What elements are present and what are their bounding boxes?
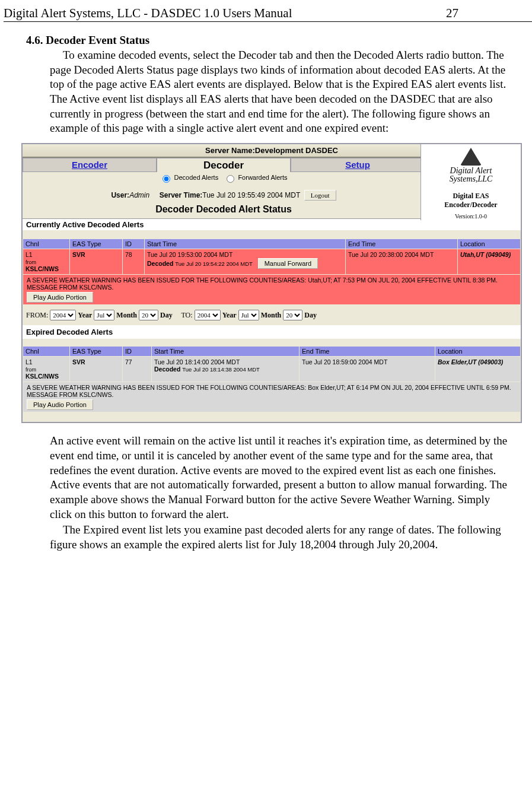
col-id: ID [123,347,152,357]
col-loc: Location [458,239,521,249]
from-month-select[interactable]: Jul [94,310,114,320]
radio-row: Decoded Alerts Forwarded Alerts [23,172,425,184]
server-name-label: Server Name:Development DASDEC [205,146,338,155]
play-audio-button[interactable]: Play Audio Portion [27,399,93,410]
status-title: Decoder Decoded Alert Status [23,203,425,218]
from-year-select[interactable]: 2004 [50,310,76,320]
logout-button[interactable]: Logout [304,190,336,201]
col-chnl: Chnl [23,347,70,357]
active-alerts-header: Currently Active Decoded Alerts [23,218,521,230]
table-row: L1fromKSLC/NWS SVR 78 Tue Jul 20 19:53:0… [23,249,521,275]
to-day-select[interactable]: 20 [283,310,302,320]
user-server-line: User:Admin Server Time:Tue Jul 20 19:55:… [23,184,425,203]
col-end: End Time [346,239,458,249]
col-id: ID [123,239,145,249]
screenshot-figure: Server Name:Development DASDEC Encoder D… [21,143,522,423]
table-row: A SEVERE WEATHER WARNING HAS BEEN ISSUED… [23,275,521,305]
radio-forwarded-alerts[interactable]: Forwarded Alerts [224,174,287,181]
from-day-select[interactable]: 20 [139,310,158,320]
manual-forward-button[interactable]: Manual Forward [258,258,318,269]
tab-decoder[interactable]: Decoder [157,158,291,172]
col-start: Start Time [145,239,346,249]
paragraph-3: The Expired event list lets you examine … [50,523,512,552]
date-range-row: FROM: 2004 Year Jul Month 20 Day TO: 200… [23,305,521,325]
cone-icon [460,148,482,166]
header-title: Digital Alert Systems, LLC - DASDEC 1.0 … [4,6,292,21]
table-row: A SEVERE WEATHER WARNING HAS BEEN ISSUED… [23,382,521,412]
section-title: 4.6. Decoder Event Status [26,34,512,47]
to-year-select[interactable]: 2004 [195,310,221,320]
table-row: L1fromKSLC/NWS SVR 77 Tue Jul 20 18:14:0… [23,357,521,382]
col-eastype: EAS Type [70,239,123,249]
col-loc: Location [435,347,521,357]
col-end: End Time [300,347,435,357]
logo-panel: Digital AlertSystems,LLC Digital EASEnco… [420,144,521,220]
running-header: Digital Alert Systems, LLC - DASDEC 1.0 … [4,6,532,22]
col-chnl: Chnl [23,239,70,249]
col-eastype: EAS Type [70,347,123,357]
play-audio-button[interactable]: Play Audio Portion [27,292,93,303]
radio-decoded-alerts[interactable]: Decoded Alerts [160,174,218,181]
expired-alerts-table: Chnl EAS Type ID Start Time End Time Loc… [23,346,521,412]
page-number: 27 [446,6,532,21]
tab-setup[interactable]: Setup [291,158,425,172]
tab-encoder[interactable]: Encoder [23,158,157,172]
expired-alerts-header: Expired Decoded Alerts [23,325,521,339]
to-month-select[interactable]: Jul [238,310,259,320]
paragraph-2: An active event will remain on the activ… [50,434,512,522]
col-start: Start Time [152,347,300,357]
paragraph-1: To examine decoded events, select the De… [50,48,512,136]
active-alerts-table: Chnl EAS Type ID Start Time End Time Loc… [23,239,521,305]
